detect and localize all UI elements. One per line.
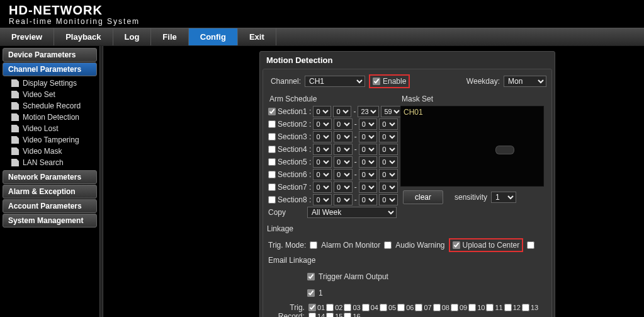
chk-alarm-monitor[interactable] <box>310 241 317 249</box>
section-row: Section8 :00-00 <box>268 194 398 205</box>
section-min-end[interactable]: 0 <box>379 182 398 193</box>
chk-record-13[interactable] <box>522 304 529 311</box>
section-min-start[interactable]: 0 <box>334 131 353 142</box>
clear-button[interactable]: clear <box>403 190 443 204</box>
section-min-start[interactable]: 0 <box>334 194 353 205</box>
chk-record-14[interactable] <box>308 313 316 317</box>
chk-record-03[interactable] <box>344 304 351 311</box>
section-hour-end[interactable]: 0 <box>359 118 378 130</box>
section-min-end[interactable]: 0 <box>379 118 398 130</box>
sidebar-item-vlost[interactable]: Video Lost <box>9 123 97 134</box>
section-hour-end[interactable]: 0 <box>359 194 378 205</box>
section-hour-start[interactable]: 0 <box>313 131 332 142</box>
sidebar-group-device[interactable]: Device Parameters <box>3 48 97 62</box>
section-label: Section3 : <box>278 132 311 141</box>
chk-record-15[interactable] <box>326 313 334 317</box>
section-min-start[interactable]: 0 <box>334 169 353 180</box>
chk-record-01[interactable] <box>308 304 316 311</box>
sidebar-item-lan[interactable]: LAN Search <box>9 157 97 168</box>
section-min-start[interactable]: 0 <box>334 144 353 155</box>
section-enable[interactable] <box>268 133 276 141</box>
chk-record-12[interactable] <box>504 304 512 311</box>
section-hour-start[interactable]: 0 <box>313 182 332 193</box>
section-enable[interactable] <box>268 183 276 191</box>
sensitivity-select[interactable]: 1 <box>491 192 516 203</box>
weekday-select[interactable]: Mon <box>504 76 546 87</box>
chk-record-06[interactable] <box>397 304 405 311</box>
section-min-end[interactable]: 0 <box>379 169 398 180</box>
tab-file[interactable]: File <box>151 28 188 45</box>
mask-preview[interactable]: CH01 <box>400 106 544 187</box>
channel-label: Channel: <box>268 77 301 86</box>
tab-preview[interactable]: Preview <box>0 28 54 45</box>
chk-record-08[interactable] <box>433 304 441 311</box>
section-min-start[interactable]: 0 <box>334 118 353 130</box>
chk-output-1[interactable] <box>307 289 315 297</box>
section-enable[interactable] <box>268 120 276 128</box>
section-hour-start[interactable]: 0 <box>313 156 332 168</box>
tab-playback[interactable]: Playback <box>54 28 113 45</box>
section-min-start[interactable]: 0 <box>334 182 353 193</box>
section-enable[interactable] <box>268 158 276 166</box>
section-row: Section5 :00-00 <box>268 156 398 168</box>
enable-checkbox[interactable] <box>373 78 380 85</box>
section-enable[interactable] <box>268 171 276 178</box>
section-hour-start[interactable]: 0 <box>313 144 332 155</box>
section-enable[interactable] <box>268 108 276 115</box>
sidebar-item-label: Schedule Record <box>23 101 81 110</box>
section-min-end[interactable]: 0 <box>379 194 398 205</box>
section-min-end[interactable]: 0 <box>379 144 398 155</box>
section-enable[interactable] <box>268 196 276 204</box>
sidebar-item-motion[interactable]: Motion Detection <box>9 112 97 123</box>
sidebar-group-account[interactable]: Account Parameters <box>3 199 97 213</box>
copy-select[interactable]: All Week <box>307 207 397 218</box>
sidebar-group-network[interactable]: Network Parameters <box>3 170 97 184</box>
section-hour-start[interactable]: 0 <box>313 118 332 130</box>
tab-log[interactable]: Log <box>113 28 152 45</box>
section-hour-end[interactable]: 0 <box>359 182 378 193</box>
chk-record-07[interactable] <box>415 304 422 311</box>
sidebar-item-vtamper[interactable]: Video Tampering <box>9 134 97 146</box>
section-hour-end[interactable]: 23 <box>358 106 379 117</box>
chk-upload-center[interactable] <box>453 241 460 249</box>
sidebar-item-label: Video Mask <box>23 147 62 156</box>
channel-select[interactable]: CH1 <box>305 76 365 87</box>
chk-record-09[interactable] <box>451 304 458 311</box>
section-hour-start[interactable]: 0 <box>313 106 331 117</box>
file-icon <box>11 125 19 132</box>
sidebar-item-label: Video Lost <box>23 124 59 133</box>
sidebar-item-schedule[interactable]: Schedule Record <box>9 100 97 112</box>
section-hour-end[interactable]: 0 <box>359 144 378 155</box>
chk-record-10[interactable] <box>468 304 476 311</box>
section-hour-start[interactable]: 0 <box>313 194 332 205</box>
chk-record-16[interactable] <box>344 313 351 317</box>
section-hour-end[interactable]: 0 <box>359 156 378 168</box>
chk-record-02[interactable] <box>326 304 334 311</box>
chk-record-04[interactable] <box>362 304 370 311</box>
section-min-start[interactable]: 0 <box>333 106 351 117</box>
sidebar-group-channel[interactable]: Channel Parameters <box>3 62 97 76</box>
trig-record-row: Trig. Record: 01020304050607080910111213… <box>266 300 549 317</box>
sidebar-group-system[interactable]: System Management <box>3 214 97 228</box>
sidebar-item-videoset[interactable]: Video Set <box>9 89 97 100</box>
tab-exit[interactable]: Exit <box>238 28 276 45</box>
mask-set-label: Mask Set <box>400 93 546 106</box>
sidebar-item-display[interactable]: Display Settings <box>9 78 97 89</box>
section-hour-end[interactable]: 0 <box>359 169 378 180</box>
sidebar-group-alarm[interactable]: Alarm & Exception <box>3 185 97 199</box>
chk-record-05[interactable] <box>380 304 387 311</box>
tab-config[interactable]: Config <box>189 28 238 45</box>
sidebar-item-vmask[interactable]: Video Mask <box>9 146 97 157</box>
section-hour-start[interactable]: 0 <box>313 169 332 180</box>
section-min-start[interactable]: 0 <box>334 156 353 168</box>
linkage-label: Linkage <box>266 222 549 236</box>
chk-record-11[interactable] <box>486 304 494 311</box>
chk-email-linkage[interactable] <box>527 241 534 249</box>
section-row: Section2 :00-00 <box>268 118 398 130</box>
chk-audio-warning[interactable] <box>384 241 392 249</box>
section-min-end[interactable]: 0 <box>379 131 398 142</box>
section-enable[interactable] <box>268 146 276 153</box>
chk-trigger-alarm-output[interactable] <box>307 273 315 280</box>
section-min-end[interactable]: 0 <box>379 156 398 168</box>
section-hour-end[interactable]: 0 <box>359 131 378 142</box>
